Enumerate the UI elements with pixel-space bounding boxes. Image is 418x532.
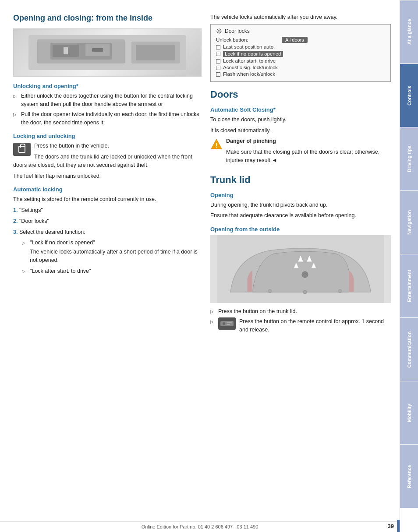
opening-title: Opening [210, 192, 391, 198]
svg-point-20 [338, 289, 342, 293]
remote-icon [220, 319, 234, 328]
svg-point-19 [303, 290, 307, 294]
soft-closing-text2: It is closed automatically. [210, 127, 391, 135]
svg-point-18 [268, 289, 272, 293]
locking-text-3: The fuel filler flap remains unlocked. [13, 172, 202, 180]
dl-item-2-text: Lock after start. to drive [223, 58, 276, 63]
door-locks-title-text: Door locks [225, 28, 250, 34]
opening-text1: During opening, the trunk lid pivots bac… [210, 201, 391, 209]
svg-rect-23 [227, 322, 232, 323]
outside-title: Opening from the outside [210, 226, 391, 233]
sidebar-tab-entertainment[interactable]: Entertainment [400, 254, 418, 317]
step3-bullet-2-text: "Lock after start. to drive" [30, 268, 91, 274]
sidebar-tab-mobility[interactable]: Mobility [400, 381, 418, 444]
unlocking-bullet-1: Either unlock the doors together using t… [13, 92, 202, 109]
danger-text: Make sure that the closing path of the d… [226, 148, 391, 165]
outside-bullet-2: Press the button on the remote control f… [210, 317, 391, 334]
locking-title: Locking and unlocking [13, 133, 202, 139]
step3-bullet-1-sub: The vehicle locks automatically after a … [30, 248, 202, 264]
soft-closing-text1: To close the doors, push lightly. [210, 116, 391, 124]
dl-item-4: Flash when lock/unlock [216, 71, 385, 77]
step-3: 3. Select the desired function: [13, 228, 202, 236]
dl-item-3-text: Acoustic sig. lock/unlock [223, 65, 278, 70]
auto-locking-title: Automatic locking [13, 186, 202, 193]
page-number-bar [397, 520, 400, 532]
cb-3 [216, 66, 220, 70]
unlocking-bullets: Either unlock the doors together using t… [13, 92, 202, 127]
sidebar-tab-entertainment-label: Entertainment [407, 270, 412, 302]
footer-bar: Online Edition for Part no. 01 40 2 606 … [0, 521, 400, 532]
cb-4 [216, 72, 220, 77]
step-3-num: 3. [13, 229, 18, 235]
sidebar-tab-driving-tips[interactable]: Driving tips [400, 127, 418, 190]
step-2-text: "Door locks" [19, 218, 49, 224]
door-locks-box: Door locks Unlock button: All doors Last… [210, 24, 391, 82]
trunk-image [210, 235, 391, 303]
sidebar-tab-at-a-glance-label: At a glance [407, 19, 412, 45]
outside-bullets: Press the button on the trunk lid. Press… [210, 307, 391, 334]
dl-item-1: Lock if no door is opened [216, 51, 385, 57]
outside-bullet-1: Press the button on the trunk lid. [210, 307, 391, 316]
trunk-title: Trunk lid [210, 174, 391, 186]
cb-1 [216, 52, 220, 56]
main-content: Opening and closing: from the inside [0, 0, 400, 532]
right-column: The vehicle locks automatically after yo… [210, 13, 391, 523]
sidebar-tab-mobility-label: Mobility [407, 404, 412, 422]
unlocking-bullet-2: Pull the door opener twice individually … [13, 110, 202, 127]
locking-section: Press the button in the vehicle. The doo… [13, 142, 202, 172]
svg-rect-6 [92, 48, 103, 52]
door-locks-title-row: Door locks [216, 28, 385, 34]
steps-list: 1. "Settings" 2. "Door locks" 3. Select … [13, 206, 202, 275]
unlock-label: Unlock button: [216, 37, 282, 42]
outside-bullet-2-text: Press the button on the remote control f… [239, 318, 384, 333]
sidebar-tab-reference-label: Reference [407, 465, 412, 488]
sidebar-tab-navigation[interactable]: Navigation [400, 190, 418, 254]
step3-bullet-2: "Lock after start. to drive" [22, 267, 202, 275]
unlock-row: Unlock button: All doors [216, 37, 385, 43]
step3-bullets: "Lock if no door is opened" The vehicle … [13, 239, 202, 275]
sidebar-tab-driving-tips-label: Driving tips [407, 146, 412, 173]
step-1-num: 1. [13, 207, 18, 213]
page-number: 39 [388, 523, 394, 529]
danger-title: Danger of pinching [226, 137, 391, 145]
dl-item-2: Lock after start. to drive [216, 58, 385, 63]
sidebar-tab-communication[interactable]: Communication [400, 317, 418, 381]
sidebar-tab-controls-label: Controls [407, 85, 412, 105]
svg-point-17 [302, 271, 308, 278]
sidebar-tab-at-a-glance[interactable]: At a glance [400, 0, 418, 63]
svg-text:!: ! [216, 142, 218, 149]
svg-rect-21 [220, 321, 234, 326]
locking-text-1: Press the button in the vehicle. [13, 142, 202, 150]
svg-point-22 [223, 322, 225, 325]
left-column: Opening and closing: from the inside [13, 13, 202, 523]
sidebar: At a glance Controls Driving tips Naviga… [400, 0, 418, 532]
sidebar-tab-controls[interactable]: Controls [400, 63, 418, 127]
svg-rect-24 [227, 324, 230, 325]
step3-bullet-1-text: "Lock if no door is opened" [30, 240, 95, 246]
dl-item-3: Acoustic sig. lock/unlock [216, 65, 385, 70]
lock-icon-shape [18, 146, 25, 153]
dl-item-0: Last seat position auto. [216, 44, 385, 49]
left-main-title: Opening and closing: from the inside [13, 13, 202, 23]
step3-bullet-1: "Lock if no door is opened" The vehicle … [22, 239, 202, 264]
opening-text2: Ensure that adequate clearance is availa… [210, 211, 391, 220]
sidebar-tab-communication-label: Communication [407, 331, 412, 367]
step-1-text: "Settings" [19, 207, 43, 213]
remote-icon-box [218, 317, 236, 330]
sidebar-tab-navigation-label: Navigation [407, 210, 412, 235]
step-2-num: 2. [13, 218, 18, 224]
svg-point-9 [218, 30, 220, 32]
cb-2 [216, 59, 220, 63]
soft-closing-title: Automatic Soft Closing* [210, 106, 391, 113]
dl-item-0-text: Last seat position auto. [223, 44, 275, 49]
sidebar-tab-reference[interactable]: Reference [400, 444, 418, 508]
step-1: 1. "Settings" [13, 206, 202, 215]
unlock-value: All doors [282, 37, 308, 43]
step-3-text: Select the desired function: [19, 229, 85, 235]
trunk-svg [210, 235, 391, 303]
dl-item-4-text: Flash when lock/unlock [223, 71, 275, 77]
page-container: Opening and closing: from the inside [0, 0, 418, 532]
car-interior-image [13, 28, 202, 77]
danger-text-block: Danger of pinching Make sure that the cl… [226, 137, 391, 167]
danger-icon: ! [210, 138, 223, 150]
